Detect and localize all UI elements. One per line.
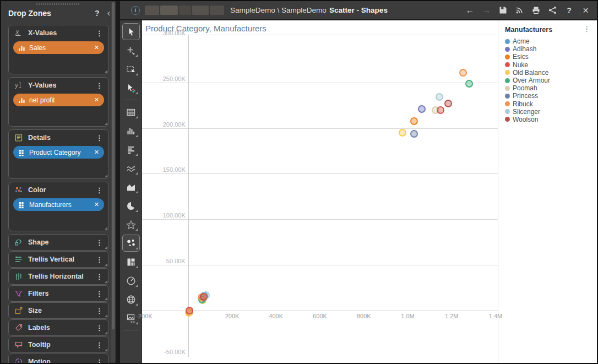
scatter-plot[interactable]: 300.00K250.00K200.00K150.00K100.00K50.00… [142,35,498,357]
zone-label: Motion [28,358,94,363]
zone-menu-icon[interactable]: ⋮ [94,273,105,281]
remove-field-icon[interactable]: ✕ [92,44,99,51]
help-icon[interactable]: ? [564,6,574,15]
gridline [142,311,498,311]
live-data-icon[interactable] [515,6,524,15]
legend-item-woolson[interactable]: Woolson [505,116,594,123]
legend-item-esics[interactable]: Esics [505,53,594,61]
data-point-woolson[interactable] [444,100,452,107]
field-pill-manufacturers[interactable]: Manufacturers ✕ [13,198,104,211]
legend-item-old-balance[interactable]: Old Balance [505,69,594,77]
data-point-nuke[interactable] [437,106,444,114]
remove-field-icon[interactable]: ✕ [92,149,99,156]
panel-drag-handle[interactable] [36,3,80,5]
tool-add-icon[interactable] [122,42,140,59]
drop-zone-trellis-vertical[interactable]: Trellis Vertical ⋮ [8,251,109,268]
legend-menu-icon[interactable]: ⋮ [580,25,594,33]
drop-zone-shape[interactable]: Shape ⋮ [8,234,109,251]
tool-area-chart-icon[interactable] [122,178,140,195]
field-pill-product-category[interactable]: Product Category ✕ [13,146,104,159]
legend-item-acme[interactable]: Acme [505,37,594,45]
data-point-slicenger[interactable] [436,93,443,101]
drop-zone-color[interactable]: Color ⋮ Manufacturers ✕ [8,182,109,231]
legend-label: Nuke [513,61,528,69]
legend-item-poomah[interactable]: Poomah [505,84,594,92]
tool-radar-chart-icon[interactable] [122,216,140,233]
drop-zone-y-values[interactable]: y Y-Values ⋮ net profit ✕ [8,77,109,127]
close-icon[interactable]: ✕ [581,6,590,15]
data-point-nuke[interactable] [186,307,193,314]
dimension-field-icon [18,149,25,156]
remove-field-icon[interactable]: ✕ [92,96,99,104]
back-icon[interactable]: ← [465,6,475,15]
drop-zone-tooltip[interactable]: Tooltip ⋮ [8,336,109,353]
sidebar-scrollbar[interactable] [111,2,115,362]
legend-item-ribuck[interactable]: Ribuck [505,100,594,108]
drop-zone-motion[interactable]: Motion ⋮ [8,354,109,363]
info-icon[interactable]: i [131,6,140,15]
top-bar: i SampleDemo \ SampleDemo Scatter - Shap… [120,1,597,19]
chart-area: Product Category, Manufacturers 300.00K2… [142,20,498,363]
print-icon[interactable] [531,6,541,15]
drop-zones-title: Drop Zones [8,9,95,18]
data-point-esics[interactable] [410,117,418,125]
zone-menu-icon[interactable]: ⋮ [94,307,105,315]
zone-menu-icon[interactable]: ⋮ [94,134,105,142]
tool-line-chart-icon[interactable] [122,160,140,177]
drop-zone-labels[interactable]: Labels ⋮ [8,319,109,336]
data-point-over-armour[interactable] [465,80,473,88]
data-point-woolson[interactable] [200,293,208,301]
collapse-panel-icon[interactable]: ‹ [107,8,110,18]
legend-item-princess[interactable]: Princess [505,92,594,100]
zone-menu-icon[interactable]: ⋮ [94,324,105,332]
zone-menu-icon[interactable]: ⋮ [94,290,105,298]
data-point-princess[interactable] [410,130,418,138]
legend-item-adihash[interactable]: Adihash [505,45,594,53]
tool-pie-chart-icon[interactable] [122,197,140,214]
legend-item-nuke[interactable]: Nuke [505,61,594,69]
share-icon[interactable] [548,6,557,15]
tool-column-chart-icon[interactable] [122,122,140,139]
save-icon[interactable] [498,6,508,15]
data-point-adihash[interactable] [418,105,426,113]
gridline [142,128,498,129]
x-tick-label: 400K [269,313,283,319]
drop-zone-x-values[interactable]: X X-Values ⋮ Sales ✕ [8,25,109,74]
scrollbar-thumb[interactable] [112,2,115,329]
legend-item-over-armour[interactable]: Over Armour [505,77,594,84]
svg-text:<>: <> [130,319,135,324]
measure-field-icon [18,44,25,51]
zone-menu-icon[interactable]: ⋮ [94,341,105,349]
field-pill-sales[interactable]: Sales ✕ [13,41,104,54]
zone-menu-icon[interactable]: ⋮ [94,82,105,90]
legend-item-slicenger[interactable]: Slicenger [505,108,594,116]
zone-menu-icon[interactable]: ⋮ [94,256,105,264]
tool-table-icon[interactable] [122,104,140,121]
legend-items: AcmeAdihashEsicsNukeOld BalanceOver Armo… [505,37,594,123]
zone-menu-icon[interactable]: ⋮ [94,186,105,194]
tool-bar-chart-icon[interactable] [122,141,140,158]
help-icon[interactable]: ? [95,9,100,18]
data-point-ribuck[interactable] [459,69,467,77]
toolbar-divider [123,330,139,330]
zone-menu-icon[interactable]: ⋮ [94,29,105,37]
drop-zone-trellis-horizontal[interactable]: Trellis Horizontal ⋮ [8,268,109,285]
data-point-old-balance[interactable] [399,129,406,137]
tool-scatter-chart-icon[interactable] [122,235,140,252]
drop-zone-details[interactable]: Details ⋮ Product Category ✕ [8,129,109,179]
field-pill-net-profit[interactable]: net profit ✕ [13,94,104,106]
forward-icon[interactable]: → [482,6,491,15]
remove-field-icon[interactable]: ✕ [92,201,99,208]
tool-map-icon[interactable] [122,291,140,308]
tool-pointer-icon[interactable] [122,23,140,40]
tool-marquee-select-icon[interactable] [122,61,140,78]
field-name: net profit [29,96,92,104]
drop-zone-size[interactable]: Size ⋮ [8,302,109,319]
field-name: Manufacturers [29,201,92,209]
drop-zone-filters[interactable]: Filters ⋮ [8,285,109,302]
tool-treemap-icon[interactable] [122,253,140,270]
zone-menu-icon[interactable]: ⋮ [94,358,105,363]
zone-menu-icon[interactable]: ⋮ [94,238,105,247]
tool-highlight-pointer-icon[interactable] [122,79,140,96]
tool-gauge-icon[interactable] [122,272,140,289]
